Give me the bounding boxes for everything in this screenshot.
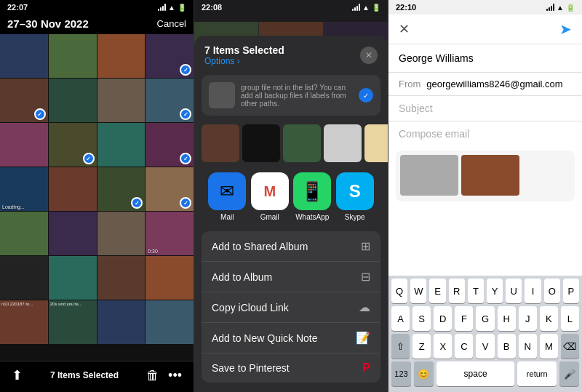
photo-cell[interactable] xyxy=(97,34,146,78)
photo-cell[interactable]: 0:30 xyxy=(146,212,194,255)
add-quick-note-item[interactable]: Add to New Quick Note 📝 xyxy=(202,323,380,353)
share-app-gmail[interactable]: M Gmail xyxy=(251,172,289,221)
photo-cell[interactable] xyxy=(49,79,97,122)
gmail-label: Gmail xyxy=(260,213,279,221)
key-F[interactable]: F xyxy=(455,306,473,331)
key-R[interactable]: R xyxy=(449,279,465,303)
share-options-button[interactable]: Options › xyxy=(204,56,284,66)
photo-cell[interactable]: Loading... xyxy=(0,167,48,211)
save-pinterest-label: Save to Pinterest xyxy=(212,362,290,374)
backspace-key[interactable]: ⌫ xyxy=(561,334,579,359)
cancel-button[interactable]: Cancel xyxy=(157,18,186,29)
return-key[interactable]: return xyxy=(517,361,557,386)
edit-actions-button[interactable]: Edit Actions... xyxy=(194,387,388,392)
email-compose-view: ✕ ➤ George Williams From georgewilliams8… xyxy=(388,15,582,392)
photos-grid[interactable]: ✓ ✓ ✓ ✓ ✓ xyxy=(0,34,194,361)
photo-cell[interactable]: ✓ xyxy=(0,79,48,122)
key-D[interactable]: D xyxy=(434,306,452,331)
space-key[interactable]: space xyxy=(436,361,515,386)
add-to-album-item[interactable]: Add to Album ⊟ xyxy=(202,262,380,292)
share-thumbnail xyxy=(364,124,388,162)
key-L[interactable]: L xyxy=(561,306,579,331)
photo-cell[interactable] xyxy=(146,256,194,300)
key-V[interactable]: V xyxy=(476,334,494,359)
phone1-photos: 22:07 ▲ 🔋 27–30 Nov 2022 Cancel ✓ xyxy=(0,0,194,392)
key-H[interactable]: H xyxy=(498,306,516,331)
key-K[interactable]: K xyxy=(540,306,558,331)
key-P[interactable]: P xyxy=(563,279,579,303)
photo-cell[interactable] xyxy=(0,34,48,78)
key-S[interactable]: S xyxy=(412,306,431,331)
shift-key[interactable]: ⇧ xyxy=(391,334,410,359)
trash-icon[interactable]: 🗑 xyxy=(146,368,159,383)
key-J[interactable]: J xyxy=(519,306,537,331)
save-pinterest-item[interactable]: Save to Pinterest P xyxy=(202,353,380,383)
from-label: From xyxy=(399,79,420,89)
key-X[interactable]: X xyxy=(434,334,452,359)
copy-icloud-link-item[interactable]: Copy iCloud Link ☁ xyxy=(202,292,380,323)
photo-cell[interactable] xyxy=(0,123,48,167)
share-close-button[interactable]: ✕ xyxy=(360,47,378,64)
key-Z[interactable]: Z xyxy=(412,334,431,359)
photo-cell[interactable] xyxy=(49,34,97,78)
phone1-status-icons: ▲ 🔋 xyxy=(158,4,186,12)
email-subject-row[interactable]: Subject xyxy=(388,96,582,121)
key-C[interactable]: C xyxy=(455,334,473,359)
key-U[interactable]: U xyxy=(506,279,522,303)
share-app-mail[interactable]: ✉ Mail xyxy=(208,172,246,221)
photo-cell[interactable] xyxy=(97,79,146,122)
share-thumbnail xyxy=(202,124,239,162)
key-Q[interactable]: Q xyxy=(391,279,407,303)
photo-cell[interactable]: ✓ xyxy=(146,123,194,167)
photo-cell[interactable] xyxy=(97,256,146,300)
key-M[interactable]: M xyxy=(540,334,558,359)
key-A[interactable]: A xyxy=(391,306,410,331)
key-O[interactable]: O xyxy=(544,279,560,303)
key-Y[interactable]: Y xyxy=(487,279,503,303)
photo-cell[interactable] xyxy=(97,123,146,167)
key-N[interactable]: N xyxy=(519,334,537,359)
email-send-button[interactable]: ➤ xyxy=(559,20,572,38)
photo-cell[interactable]: ✓ xyxy=(97,167,146,211)
photo-cell[interactable]: 20s and you're... xyxy=(49,300,97,344)
add-shared-album-label: Add to Shared Album xyxy=(212,241,308,252)
photo-cell[interactable] xyxy=(97,300,146,344)
key-G[interactable]: G xyxy=(476,306,494,331)
photo-cell[interactable]: ✓ xyxy=(146,167,194,211)
share-icon[interactable]: ⬆ xyxy=(12,367,23,383)
email-to-field[interactable]: George Williams xyxy=(388,44,582,73)
photo-cell[interactable]: n10.220187 to... xyxy=(0,300,48,344)
skype-label: Skype xyxy=(345,213,365,221)
more-icon[interactable]: ••• xyxy=(168,368,182,383)
emoji-key[interactable]: 😊 xyxy=(414,361,434,386)
photo-cell[interactable] xyxy=(49,212,97,255)
photo-cell[interactable] xyxy=(49,256,97,300)
photo-cell[interactable] xyxy=(97,212,146,255)
copy-icloud-link-icon: ☁ xyxy=(359,300,370,314)
photo-cell[interactable] xyxy=(0,256,48,300)
photo-cell[interactable]: ✓ xyxy=(49,123,97,167)
photo-cell[interactable] xyxy=(146,300,194,344)
numbers-key[interactable]: 123 xyxy=(391,361,411,386)
photo-cell[interactable] xyxy=(49,167,97,211)
phone3-time: 22:10 xyxy=(396,3,416,12)
photo-check-mark: ✓ xyxy=(180,108,191,120)
add-shared-album-item[interactable]: Add to Shared Album ⊞ xyxy=(202,231,380,262)
share-app-whatsapp[interactable]: 📱 WhatsApp xyxy=(293,172,331,221)
key-W[interactable]: W xyxy=(410,279,426,303)
email-close-button[interactable]: ✕ xyxy=(399,21,410,37)
copy-icloud-link-label: Copy iCloud Link xyxy=(212,302,289,313)
key-E[interactable]: E xyxy=(429,279,445,303)
key-B[interactable]: B xyxy=(498,334,516,359)
key-I[interactable]: I xyxy=(525,279,541,303)
share-actions-list: Add to Shared Album ⊞ Add to Album ⊟ Cop… xyxy=(202,231,380,383)
email-body-area[interactable]: Compose email xyxy=(388,121,582,146)
share-app-skype[interactable]: S Skype xyxy=(336,172,374,221)
photo-cell[interactable]: ✓ xyxy=(146,34,194,78)
photo-cell[interactable] xyxy=(0,212,48,255)
key-T[interactable]: T xyxy=(468,279,484,303)
battery-icon: 🔋 xyxy=(178,4,186,12)
photo-cell[interactable]: ✓ xyxy=(146,79,194,122)
phone1-bottom-toolbar: ⬆ 7 Items Selected 🗑 ••• xyxy=(0,361,194,392)
mic-key[interactable]: 🎤 xyxy=(559,361,579,386)
